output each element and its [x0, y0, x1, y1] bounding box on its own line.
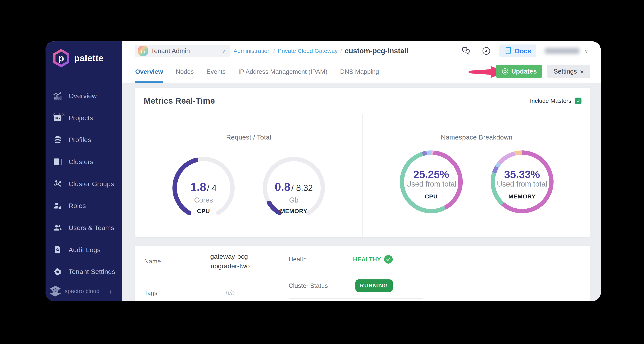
- request-total-title: Request / Total: [226, 134, 271, 141]
- namespace-cpu-metric: CPU: [398, 193, 464, 200]
- sidebar-item-label: Users & Teams: [68, 224, 114, 232]
- tags-label: Tags: [144, 289, 158, 297]
- breadcrumb-separator: /: [273, 48, 275, 54]
- cpu-gauge: 1.8 / 4 Cores CPU: [170, 155, 237, 221]
- cluster-status-label: Cluster Status: [288, 282, 328, 289]
- memory-used-value: 0.8: [275, 180, 290, 193]
- check-icon: [576, 99, 580, 103]
- cluster-groups-icon: [53, 179, 62, 188]
- sidebar-item-overview[interactable]: Overview: [46, 85, 122, 107]
- tags-value: n/a: [199, 288, 262, 298]
- sidebar-item-roles[interactable]: Roles: [46, 195, 122, 217]
- memory-total-value: / 8.32: [291, 183, 313, 192]
- clusters-icon: [53, 157, 62, 167]
- namespace-memory-metric: MEMORY: [489, 193, 555, 200]
- sidebar-item-label: Overview: [68, 92, 97, 100]
- tab-events[interactable]: Events: [206, 60, 226, 83]
- donuts-row: 25.25% Used from total CPU 35.33% Used f…: [398, 149, 555, 215]
- breadcrumb-link-private-cloud-gateway[interactable]: Private Cloud Gateway: [278, 48, 338, 54]
- docs-label: Docs: [515, 47, 531, 55]
- name-label: Name: [144, 258, 161, 265]
- sidebar-item-label: Audit Logs: [68, 246, 100, 254]
- settings-label: Settings: [554, 68, 577, 75]
- include-masters-control: Include Masters: [530, 98, 582, 104]
- sidebar-item-users-teams[interactable]: Users & Teams: [46, 217, 122, 239]
- sidebar-item-cluster-groups[interactable]: Cluster Groups: [46, 173, 122, 195]
- page-actions: Updates Settings ∨: [496, 65, 590, 78]
- page-content: Metrics Real-Time Include Masters Reques: [122, 83, 601, 301]
- namespace-cpu-percent: 25.25%: [398, 168, 464, 180]
- audit-logs-icon: [53, 245, 62, 254]
- memory-metric-label: MEMORY: [261, 208, 327, 214]
- updates-label: Updates: [511, 68, 537, 75]
- details-right-column: Health HEALTHY Cluster Status RUNNING: [288, 246, 423, 301]
- sidebar-item-label: Profiles: [68, 136, 91, 144]
- namespace-memory-percent: 35.33%: [489, 168, 555, 180]
- palette-logo-icon: p: [52, 49, 70, 67]
- spectro-cloud-icon: [49, 285, 62, 297]
- sidebar-item-tenant-settings[interactable]: Tenant Settings: [46, 261, 122, 283]
- sidebar-item-profiles[interactable]: Profiles: [46, 129, 122, 151]
- updates-button[interactable]: Updates: [496, 65, 542, 78]
- update-circle-icon: [501, 68, 509, 75]
- palette-logo: p palette: [52, 49, 104, 67]
- scope-icon: [138, 46, 148, 56]
- sidebar: p palette 4.2.3 Overview: [46, 41, 122, 301]
- settings-button[interactable]: Settings ∨: [547, 65, 590, 78]
- sidebar-item-clusters[interactable]: Clusters: [46, 151, 122, 173]
- breadcrumb: Administration / Private Cloud Gateway /…: [234, 47, 408, 55]
- book-icon: [504, 47, 512, 55]
- sidebar-nav: Overview Projects Profiles: [46, 85, 122, 283]
- sidebar-item-audit-logs[interactable]: Audit Logs: [46, 239, 122, 261]
- tab-dns-mapping[interactable]: DNS Mapping: [340, 60, 379, 83]
- metrics-body: Request / Total 1.8 / 4 Cores CPU: [135, 114, 590, 237]
- tabs-bar: Overview Nodes Events IP Address Managem…: [122, 60, 601, 83]
- namespace-memory-caption: Used from total: [489, 180, 555, 188]
- tab-overview[interactable]: Overview: [135, 60, 163, 83]
- details-left-column: Name gateway-pcg-upgrader-two Tags n/a: [144, 246, 279, 301]
- sidebar-item-projects[interactable]: Projects: [46, 107, 122, 129]
- request-total-section: Request / Total 1.8 / 4 Cores CPU: [135, 114, 363, 237]
- compass-icon[interactable]: [482, 46, 491, 56]
- svg-text:p: p: [58, 53, 64, 63]
- namespace-cpu-caption: Used from total: [398, 180, 464, 188]
- tags-row: Tags n/a: [144, 277, 279, 301]
- roles-icon: [53, 201, 62, 210]
- cpu-total-value: / 4: [207, 183, 217, 192]
- cluster-status-value: RUNNING: [356, 279, 393, 292]
- main-area: Tenant Admin ∨ Administration / Private …: [122, 41, 601, 301]
- chevron-down-icon: ∨: [580, 68, 584, 74]
- scope-label: Tenant Admin: [151, 47, 190, 55]
- include-masters-checkbox[interactable]: [575, 98, 582, 104]
- namespace-memory-donut: 35.33% Used from total MEMORY: [489, 149, 555, 215]
- user-menu-chevron-icon[interactable]: ∨: [584, 48, 588, 54]
- cpu-unit-label: Cores: [170, 196, 237, 204]
- running-status-badge: RUNNING: [356, 279, 393, 292]
- namespace-breakdown-section: Namespace Breakdown 25.25% Used from tot…: [363, 114, 590, 237]
- memory-gauge-value: 0.8 / 8.32: [261, 180, 327, 193]
- sidebar-collapse-icon[interactable]: ‹: [110, 286, 112, 297]
- gauges-row: 1.8 / 4 Cores CPU 0.8 / 8.32: [170, 155, 327, 221]
- health-row: Health HEALTHY: [288, 246, 423, 273]
- memory-unit-label: Gb: [261, 196, 327, 204]
- scope-selector[interactable]: Tenant Admin ∨: [135, 45, 230, 57]
- sidebar-item-label: Roles: [68, 202, 86, 209]
- cluster-status-row: Cluster Status RUNNING: [288, 273, 423, 299]
- chat-icon[interactable]: [461, 46, 471, 56]
- gateway-name-value: gateway-pcg-upgrader-two: [199, 252, 262, 271]
- tab-nodes[interactable]: Nodes: [176, 60, 194, 83]
- metrics-card-header: Metrics Real-Time Include Masters: [135, 88, 590, 114]
- user-name-redacted: [545, 48, 579, 54]
- health-value: HEALTHY: [353, 255, 393, 264]
- sidebar-item-label: Tenant Settings: [68, 268, 115, 276]
- namespace-breakdown-title: Namespace Breakdown: [441, 134, 512, 141]
- docs-button[interactable]: Docs: [499, 44, 536, 57]
- namespace-cpu-donut: 25.25% Used from total CPU: [398, 149, 464, 215]
- sidebar-footer: spectro cloud ‹: [46, 281, 122, 301]
- brand-name: spectro cloud: [65, 288, 100, 294]
- include-masters-label: Include Masters: [530, 98, 571, 104]
- logo-wordmark: palette: [74, 53, 104, 63]
- tab-ipam[interactable]: IP Address Management (IPAM): [238, 60, 328, 83]
- breadcrumb-link-administration[interactable]: Administration: [234, 48, 270, 54]
- memory-gauge: 0.8 / 8.32 Gb MEMORY: [261, 155, 327, 221]
